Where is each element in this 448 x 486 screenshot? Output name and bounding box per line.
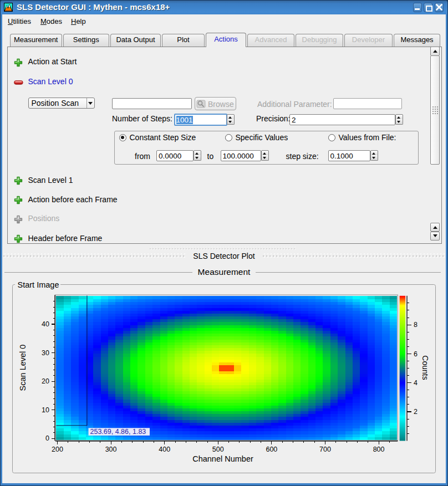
svg-text:200: 200 <box>52 446 63 453</box>
svg-text:Scan Level 0: Scan Level 0 <box>18 345 27 391</box>
svg-text:253.69, 4.86, 1.83: 253.69, 4.86, 1.83 <box>90 428 146 436</box>
svg-text:600: 600 <box>266 446 277 453</box>
svg-text:500: 500 <box>212 446 224 453</box>
svg-text:6: 6 <box>414 350 418 358</box>
svg-text:30: 30 <box>42 349 49 357</box>
svg-text:Start Image: Start Image <box>18 280 59 289</box>
svg-text:400: 400 <box>159 446 170 453</box>
svg-text:Measurement: Measurement <box>198 267 251 277</box>
svg-text:300: 300 <box>105 446 117 453</box>
svg-text:2: 2 <box>414 408 418 416</box>
svg-text:4: 4 <box>414 379 418 387</box>
svg-text:40: 40 <box>42 320 49 328</box>
svg-text:8: 8 <box>414 321 418 329</box>
svg-text:Counts: Counts <box>421 355 430 380</box>
svg-text:0: 0 <box>45 434 49 442</box>
svg-text:800: 800 <box>373 446 385 453</box>
svg-text:20: 20 <box>42 377 49 385</box>
svg-text:700: 700 <box>319 446 331 453</box>
svg-text:Channel Number: Channel Number <box>192 454 253 463</box>
svg-text:10: 10 <box>42 406 49 414</box>
